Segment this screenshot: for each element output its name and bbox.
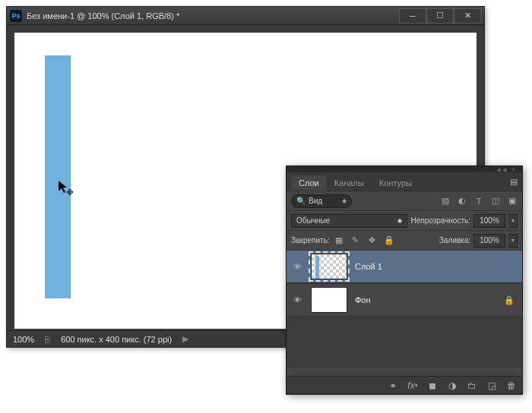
window-title: Без имени-1 @ 100% (Слой 1, RGB/8) * (27, 11, 399, 20)
tab-channels[interactable]: Каналы (327, 175, 372, 191)
layer-thumbnail[interactable] (311, 287, 347, 313)
doc-info: 600 пикс. x 400 пикс. (72 ppi) (61, 335, 172, 344)
opacity-label: Непрозрачность: (410, 216, 470, 225)
lock-indicator-icon: 🔒 (504, 295, 515, 305)
mask-icon[interactable]: ◼ (426, 380, 439, 392)
layer-thumbnail[interactable] (311, 254, 347, 279)
new-layer-icon[interactable]: ◲ (486, 380, 498, 392)
opacity-stepper[interactable]: ▾ (508, 214, 518, 228)
visibility-toggle[interactable]: 👁 (291, 260, 303, 273)
close-button[interactable]: ✕ (454, 8, 481, 24)
layer-name[interactable]: Слой 1 (355, 262, 518, 271)
layers-list: 👁 Слой 1 👁 Фон 🔒 (287, 250, 522, 368)
search-icon: 🔍 (296, 197, 306, 205)
lock-position-icon[interactable]: ✥ (366, 235, 378, 247)
maximize-button[interactable]: ☐ (426, 8, 454, 24)
filter-smart-icon[interactable]: ▣ (507, 196, 518, 206)
layer-name[interactable]: Фон (355, 295, 496, 304)
fill-label: Заливка: (439, 236, 470, 244)
filter-select[interactable]: 🔍 Вид ◆ (291, 194, 352, 208)
opacity-input[interactable]: 100% (473, 214, 505, 228)
lock-transparent-icon[interactable]: ▦ (333, 235, 345, 247)
zoom-level[interactable]: 100% (13, 335, 34, 344)
fill-input[interactable]: 100% (473, 234, 505, 247)
blend-mode-value: Обычные (296, 216, 330, 225)
link-layers-icon[interactable]: ⚭ (387, 380, 399, 392)
group-icon[interactable]: 🗀 (466, 380, 478, 392)
export-icon[interactable]: ⎘ (45, 335, 50, 344)
blend-mode-select[interactable]: Обычные ◆ (291, 214, 407, 228)
minimize-button[interactable]: ─ (399, 8, 426, 24)
titlebar[interactable]: Ps Без имени-1 @ 100% (Слой 1, RGB/8) * … (7, 7, 484, 25)
layer-row[interactable]: 👁 Слой 1 (287, 250, 522, 283)
filter-pixel-icon[interactable]: ▧ (440, 196, 451, 206)
app-icon: Ps (10, 10, 22, 22)
blend-row: Обычные ◆ Непрозрачность: 100% ▾ (287, 210, 522, 230)
filter-type-icon[interactable]: T (473, 196, 484, 206)
panel-grip[interactable]: ◂◂ × (287, 166, 522, 172)
layers-empty-area[interactable] (287, 317, 522, 368)
fill-stepper[interactable]: ▾ (508, 234, 518, 247)
caret-icon: ◆ (397, 217, 402, 224)
layer-shape[interactable] (45, 55, 71, 298)
adjustment-icon[interactable]: ◑ (446, 380, 458, 392)
fx-icon[interactable]: fx▾ (407, 380, 419, 392)
tab-layers[interactable]: Слои (291, 175, 327, 191)
lock-all-icon[interactable]: 🔒 (383, 235, 395, 247)
layers-footer: ⚭ fx▾ ◼ ◑ 🗀 ◲ 🗑 (287, 376, 522, 394)
panel-menu-icon[interactable]: ▤ (510, 177, 518, 187)
filter-adjust-icon[interactable]: ◐ (457, 196, 467, 206)
lock-row: Закрепить: ▦ ✎ ✥ 🔒 Заливка: 100% ▾ (287, 230, 522, 250)
filter-shape-icon[interactable]: ◫ (490, 196, 501, 206)
layers-panel: ◂◂ × Слои Каналы Контуры ▤ 🔍 Вид ◆ ▧ ◐ T… (286, 166, 523, 395)
lock-pixels-icon[interactable]: ✎ (350, 235, 362, 247)
collapse-icon[interactable]: ◂◂ (496, 165, 508, 175)
layer-row[interactable]: 👁 Фон 🔒 (287, 283, 522, 317)
filter-label: Вид (309, 197, 322, 205)
panel-tabs: Слои Каналы Контуры ▤ (287, 172, 522, 191)
thumb-content (315, 256, 319, 279)
visibility-toggle[interactable]: 👁 (291, 294, 303, 306)
caret-icon: ◆ (342, 197, 347, 204)
filter-row: 🔍 Вид ◆ ▧ ◐ T ◫ ▣ (287, 191, 522, 210)
lock-label: Закрепить: (291, 236, 330, 244)
tab-paths[interactable]: Контуры (372, 175, 420, 191)
close-panel-icon[interactable]: × (511, 165, 518, 174)
delete-layer-icon[interactable]: 🗑 (505, 380, 518, 392)
info-arrow-icon[interactable]: ▶ (182, 334, 188, 344)
